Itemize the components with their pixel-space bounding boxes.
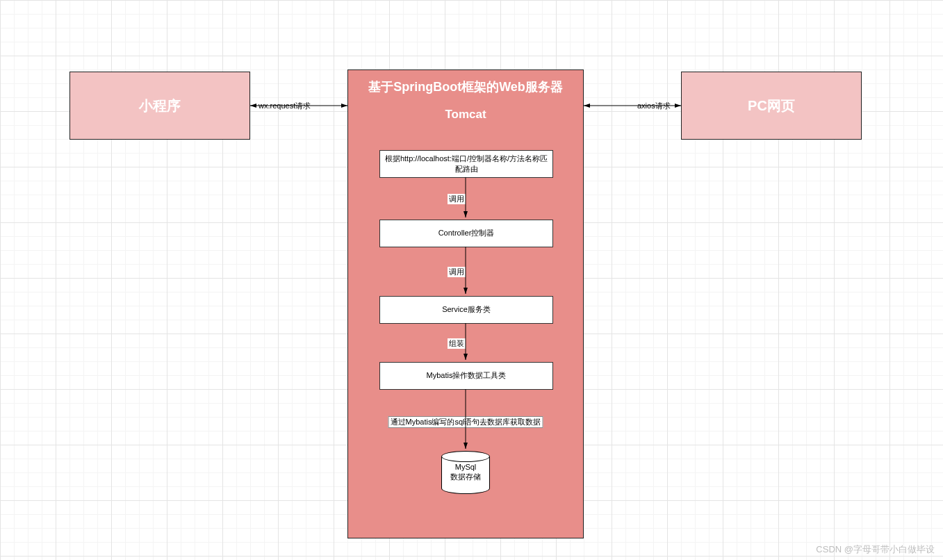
left-arrow-label: wx.request请求: [257, 101, 312, 111]
step-mybatis: Mybatis操作数据工具类: [379, 362, 553, 390]
db-desc: 数据存储: [442, 472, 489, 481]
watermark: CSDN @字母哥带小白做毕设: [816, 543, 935, 556]
database-cylinder: MySql 数据存储: [441, 451, 490, 494]
step-route: 根据http://localhost:端口/控制器名称/方法名称匹配路由: [379, 150, 553, 178]
arrow-label-1: 调用: [448, 194, 466, 204]
right-arrow-label: axios请求: [636, 101, 672, 111]
pc-web-label: PC网页: [748, 96, 795, 115]
server-title: 基于SpringBoot框架的Web服务器: [348, 79, 583, 95]
server-subtitle: Tomcat: [348, 108, 583, 122]
step-route-text: 根据http://localhost:端口/控制器名称/方法名称匹配路由: [384, 154, 548, 175]
arrow-label-2: 调用: [448, 267, 466, 277]
step-mybatis-text: Mybatis操作数据工具类: [427, 370, 507, 381]
step-controller-text: Controller控制器: [438, 228, 495, 238]
step-service: Service服务类: [379, 296, 553, 324]
arrow-label-3: 组装: [448, 338, 466, 349]
step-controller: Controller控制器: [379, 220, 553, 247]
miniprogram-label: 小程序: [139, 96, 181, 115]
miniprogram-block: 小程序: [69, 72, 250, 140]
step-service-text: Service服务类: [442, 304, 491, 315]
db-name: MySql: [442, 462, 489, 472]
pc-web-block: PC网页: [681, 72, 862, 140]
arrow-label-4: 通过Mybatis编写的sql语句去数据库获取数据: [388, 416, 543, 428]
server-container: 基于SpringBoot框架的Web服务器 Tomcat 根据http://lo…: [347, 69, 584, 538]
